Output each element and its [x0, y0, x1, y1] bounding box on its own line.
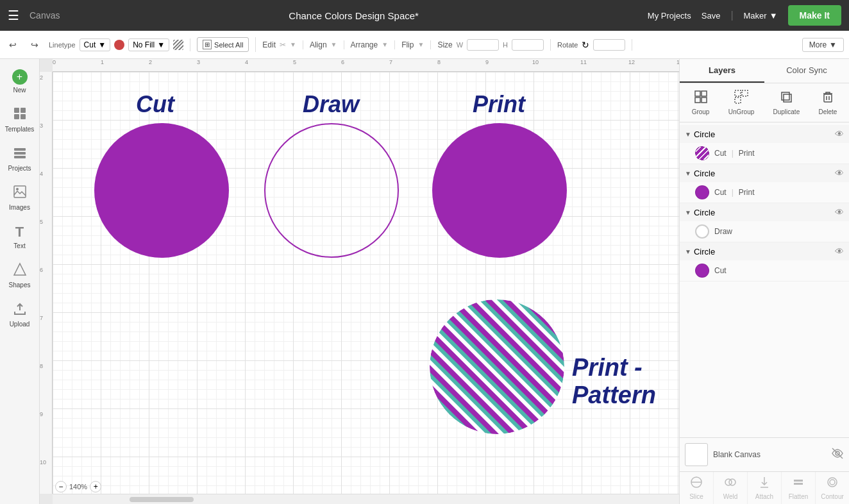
- layer-group-circle4: ▼ Circle 👁 Cut: [680, 242, 849, 281]
- sidebar-item-text[interactable]: T Text: [3, 219, 37, 255]
- slice-label: Slice: [689, 493, 703, 500]
- rotate-input[interactable]: [593, 39, 625, 51]
- svg-marker-9: [14, 264, 26, 275]
- flatten-label: Flatten: [789, 493, 809, 500]
- svg-rect-1: [21, 108, 26, 113]
- layers-list: ▼ Circle 👁 Cut | Print ▼ Circle 👁: [680, 122, 849, 437]
- svg-rect-18: [702, 97, 707, 103]
- layer-visibility-circle1[interactable]: 👁: [835, 129, 844, 139]
- save-button[interactable]: Save: [702, 11, 721, 21]
- size-h-input[interactable]: [512, 39, 544, 51]
- circle-draw[interactable]: [264, 123, 399, 258]
- my-projects-link[interactable]: My Projects: [648, 11, 691, 21]
- edit-group: Edit ✂ ▼: [262, 40, 303, 49]
- layer-item-circle3[interactable]: Draw: [680, 221, 849, 242]
- layer-swatch-circle1: [695, 146, 709, 160]
- hide-all-icon[interactable]: [831, 447, 844, 462]
- zoom-out-button[interactable]: −: [55, 481, 67, 492]
- layer-visibility-circle2[interactable]: 👁: [835, 168, 844, 178]
- topbar-right: My Projects Save | Maker ▼ Make It: [648, 5, 841, 26]
- projects-icon: [13, 146, 27, 163]
- scrollbar-thumb[interactable]: [130, 497, 194, 502]
- svg-rect-4: [14, 148, 26, 151]
- layer-visibility-circle3[interactable]: 👁: [835, 207, 844, 217]
- topbar: ☰ Canvas Chance Colors Design Space* My …: [0, 0, 849, 31]
- select-all-group: ⊞ Select All: [197, 37, 256, 52]
- svg-rect-21: [735, 97, 741, 103]
- sidebar-item-templates[interactable]: Templates: [3, 101, 37, 138]
- more-button[interactable]: More ▼: [802, 38, 844, 52]
- sidebar-item-projects[interactable]: Projects: [3, 140, 37, 177]
- sidebar-item-images[interactable]: Images: [3, 180, 37, 216]
- layer-header-circle2[interactable]: ▼ Circle 👁: [680, 164, 849, 182]
- sidebar-item-label: Projects: [8, 165, 31, 172]
- circle-print[interactable]: [432, 123, 567, 258]
- ungroup-button[interactable]: UnGroup: [725, 87, 759, 118]
- tab-layers[interactable]: Layers: [680, 59, 764, 83]
- draw-label: Draw: [303, 91, 359, 118]
- svg-rect-5: [14, 152, 26, 155]
- templates-icon: [13, 106, 27, 124]
- blank-canvas-swatch[interactable]: [685, 443, 708, 466]
- weld-button[interactable]: Weld: [714, 472, 748, 504]
- bottom-actions: Slice Weld Attach Flatten: [680, 471, 849, 504]
- undo-button[interactable]: ↩: [5, 37, 21, 53]
- layer-header-circle4[interactable]: ▼ Circle 👁: [680, 242, 849, 260]
- svg-point-8: [16, 188, 19, 190]
- layer-header-circle1[interactable]: ▼ Circle 👁: [680, 125, 849, 143]
- group-button[interactable]: Group: [688, 87, 714, 118]
- svg-rect-7: [14, 186, 26, 197]
- images-icon: [13, 185, 27, 202]
- fill-select[interactable]: No Fill ▼: [128, 38, 169, 51]
- linetype-select[interactable]: Cut ▼: [80, 38, 111, 51]
- circle-cut[interactable]: [94, 123, 229, 258]
- group-label: Group: [692, 108, 710, 115]
- divider: |: [730, 10, 733, 21]
- layer-item-circle4[interactable]: Cut: [680, 260, 849, 281]
- maker-dropdown[interactable]: Maker ▼: [744, 11, 778, 21]
- layer-swatch-circle2: [695, 185, 709, 199]
- size-w-input[interactable]: [467, 39, 499, 51]
- svg-rect-0: [14, 108, 19, 113]
- contour-label: Contour: [821, 493, 844, 500]
- layer-item-circle2[interactable]: Cut | Print: [680, 182, 849, 203]
- zoom-in-button[interactable]: +: [90, 481, 101, 492]
- duplicate-button[interactable]: Duplicate: [769, 87, 804, 118]
- sidebar-item-new[interactable]: + New: [3, 64, 37, 99]
- line-style-swatch[interactable]: [173, 40, 183, 50]
- arrange-group: Arrange ▼: [351, 40, 396, 49]
- redo-button[interactable]: ↪: [27, 37, 42, 53]
- delete-button[interactable]: Delete: [814, 87, 841, 118]
- make-it-button[interactable]: Make It: [788, 5, 841, 26]
- contour-icon: [826, 476, 839, 492]
- layer-name-circle3: Circle: [694, 208, 832, 217]
- tab-color-sync[interactable]: Color Sync: [764, 59, 849, 83]
- chevron-icon: ▼: [685, 209, 691, 216]
- svg-rect-35: [794, 483, 803, 485]
- duplicate-icon: [779, 90, 793, 107]
- contour-button[interactable]: Contour: [816, 472, 849, 504]
- text-icon: T: [15, 224, 24, 240]
- sidebar-item-shapes[interactable]: Shapes: [3, 257, 37, 294]
- layer-swatch-circle3: [695, 224, 709, 239]
- layer-visibility-circle4[interactable]: 👁: [835, 246, 844, 256]
- layer-item-circle1[interactable]: Cut | Print: [680, 143, 849, 164]
- sidebar-item-label: Templates: [5, 126, 35, 133]
- fill-color-swatch[interactable]: [114, 40, 124, 50]
- grid-canvas[interactable]: Cut Draw Print: [53, 72, 679, 494]
- layer-swatch-circle4: [695, 264, 709, 278]
- slice-button[interactable]: Slice: [680, 472, 714, 504]
- horizontal-scrollbar[interactable]: [53, 494, 679, 504]
- layer-group-circle1: ▼ Circle 👁 Cut | Print: [680, 125, 849, 164]
- fill-chevron-icon: ▼: [157, 40, 165, 49]
- menu-icon[interactable]: ☰: [8, 8, 19, 23]
- canvas-area[interactable]: 0 1 2 3 4 5 6 7 8 9 10 11 12 13 2 3 4 5 …: [40, 59, 679, 504]
- circle-pattern[interactable]: [430, 299, 564, 434]
- attach-label: Attach: [755, 493, 773, 500]
- sidebar-item-upload[interactable]: Upload: [3, 296, 37, 333]
- flatten-button[interactable]: Flatten: [782, 472, 816, 504]
- linetype-group: Linetype Cut ▼ No Fill ▼: [49, 38, 190, 51]
- layer-header-circle3[interactable]: ▼ Circle 👁: [680, 203, 849, 221]
- select-all-button[interactable]: ⊞ Select All: [197, 37, 249, 52]
- attach-button[interactable]: Attach: [748, 472, 782, 504]
